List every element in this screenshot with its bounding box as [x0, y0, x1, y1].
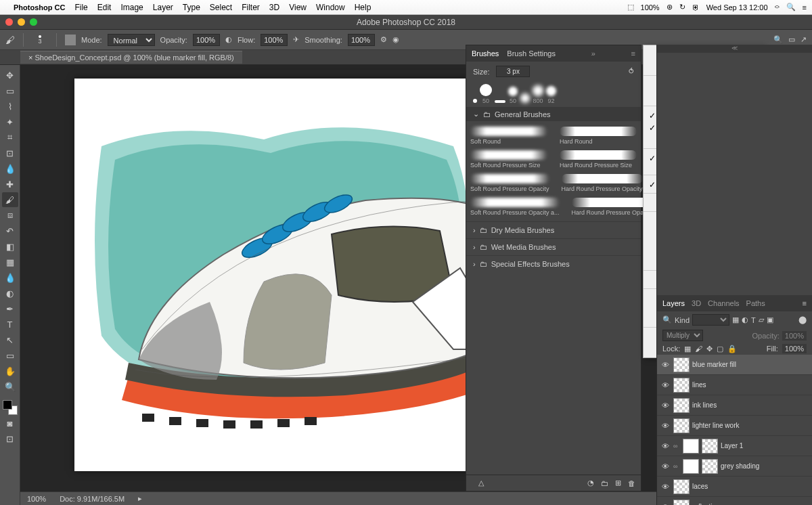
tool-blur[interactable]: 💧 — [2, 270, 18, 285]
tab-brush-settings[interactable]: Brush Settings — [507, 47, 556, 60]
menu-icon[interactable]: ≡ — [803, 3, 807, 12]
close-window-button[interactable] — [5, 18, 13, 26]
brush-folder[interactable]: ›🗀Dry Media Brushes — [466, 221, 641, 238]
minimize-window-button[interactable] — [18, 18, 25, 26]
menu-type[interactable]: Type — [183, 3, 200, 12]
layer-row[interactable]: 👁laces — [657, 477, 812, 497]
tool-shape[interactable]: ▭ — [2, 348, 18, 363]
visibility-toggle[interactable]: 👁 — [660, 483, 671, 491]
tab-channels[interactable]: Channels — [708, 299, 739, 307]
recent-brush[interactable] — [495, 100, 505, 104]
layer-row[interactable]: 👁ink lines — [657, 395, 812, 416]
workspace-icon[interactable]: ▭ — [788, 35, 795, 44]
recent-brush[interactable] — [520, 93, 530, 104]
maximize-window-button[interactable] — [30, 18, 37, 26]
tool-eyedropper[interactable]: 💧 — [2, 161, 18, 176]
tool-brush[interactable]: 🖌 — [2, 192, 18, 207]
layer-thumb[interactable] — [702, 459, 718, 474]
document-canvas[interactable] — [74, 79, 480, 471]
pressure-size-icon[interactable]: ◉ — [392, 35, 399, 44]
layer-row[interactable]: 👁lighter line work — [657, 416, 812, 436]
menu-select[interactable]: Select — [210, 3, 232, 12]
layer-fill-input[interactable]: 100% — [782, 344, 807, 353]
layer-row[interactable]: 👁∞Layer 1 — [657, 436, 812, 456]
blend-swatch-icon[interactable] — [65, 35, 76, 45]
tool-move[interactable]: ✥ — [2, 68, 18, 83]
layer-name[interactable]: blue marker fill — [692, 361, 736, 368]
brush-preset[interactable]: Hard Round Pressure Size — [556, 149, 641, 170]
brush-preset[interactable]: Hard Round — [556, 125, 641, 146]
new-brush-icon[interactable]: ⊞ — [615, 479, 621, 487]
clock[interactable]: Wed Sep 13 12:00 — [706, 3, 768, 12]
screen-mode-icon[interactable]: ⊡ — [2, 431, 18, 446]
zoom-level[interactable]: 100% — [27, 495, 46, 503]
mask-thumb[interactable] — [683, 459, 699, 474]
mask-thumb[interactable] — [683, 439, 699, 454]
brush-preset[interactable]: Soft Round Pressure Opacity a... — [466, 196, 564, 217]
layer-thumb[interactable] — [673, 479, 690, 494]
tool-marquee[interactable]: ▭ — [2, 83, 18, 98]
brush-folder[interactable]: ›🗀Wet Media Brushes — [466, 238, 641, 255]
layer-opacity-input[interactable]: 100% — [782, 331, 807, 341]
layer-thumb[interactable] — [673, 418, 690, 433]
tool-crop[interactable]: ⌗ — [2, 130, 18, 145]
smoothing-gear-icon[interactable]: ⚙ — [380, 35, 387, 44]
layer-thumb[interactable] — [702, 439, 718, 454]
tool-type[interactable]: T — [2, 317, 18, 332]
layer-name[interactable]: laces — [692, 483, 708, 490]
menu-window[interactable]: Window — [316, 3, 345, 12]
layer-row[interactable]: 👁lines — [657, 375, 812, 395]
recent-brush[interactable]: 50 — [508, 87, 518, 104]
spotlight-icon[interactable]: 🔍 — [786, 3, 796, 12]
tool-hand[interactable]: ✋ — [2, 364, 18, 378]
brush-preset[interactable]: Soft Round Pressure Size — [466, 149, 551, 170]
brush-preset[interactable]: Hard Round Pressure Opacity — [558, 173, 647, 194]
brush-preset[interactable]: Soft Round — [466, 125, 551, 146]
lock-transparency-icon[interactable]: ▦ — [684, 345, 691, 353]
app-name[interactable]: Photoshop CC — [14, 3, 65, 12]
tool-path[interactable]: ↖ — [2, 332, 18, 347]
layer-name[interactable]: ink lines — [692, 401, 717, 409]
recent-brush[interactable]: 800 — [533, 85, 543, 104]
menu-help[interactable]: Help — [355, 3, 371, 12]
shield-icon[interactable]: ⛨ — [692, 3, 700, 12]
layer-name[interactable]: lighter line work — [692, 422, 739, 429]
visibility-toggle[interactable]: 👁 — [660, 361, 671, 369]
tool-history-brush[interactable]: ↶ — [2, 223, 18, 238]
filter-type-icon[interactable]: T — [751, 316, 756, 324]
visibility-toggle[interactable]: 👁 — [660, 422, 671, 430]
pressure-opacity-icon[interactable]: ◐ — [225, 35, 232, 44]
brush-preset-picker[interactable]: 3 — [32, 32, 48, 48]
wifi-icon[interactable]: ⌔ — [775, 3, 780, 12]
opacity-input[interactable]: 100% — [193, 34, 220, 46]
color-swatches[interactable] — [3, 400, 18, 415]
menu-3d[interactable]: 3D — [269, 3, 279, 12]
battery-indicator[interactable]: 100% — [641, 3, 660, 12]
filter-adj-icon[interactable]: ◐ — [742, 315, 748, 324]
tool-gradient[interactable]: ▦ — [2, 255, 18, 269]
search-icon[interactable]: 🔍 — [773, 35, 783, 44]
lock-image-icon[interactable]: 🖌 — [695, 345, 702, 353]
cc-status-icon[interactable]: ⊛ — [667, 3, 673, 12]
collapse-arrows-icon[interactable]: ≪ — [657, 45, 812, 53]
kind-search-icon[interactable]: 🔍 — [662, 315, 672, 324]
menu-edit[interactable]: Edit — [97, 3, 112, 12]
recent-brush[interactable]: 50 — [480, 84, 492, 104]
menu-filter[interactable]: Filter — [242, 3, 260, 12]
visibility-toggle[interactable]: 👁 — [660, 462, 671, 470]
recent-brush[interactable] — [473, 99, 477, 104]
visibility-toggle[interactable]: 👁 — [660, 401, 671, 410]
document-tab[interactable]: × ShoeDesign_Concept.psd @ 100% (blue ma… — [20, 51, 242, 64]
menu-image[interactable]: Image — [120, 3, 143, 12]
menu-file[interactable]: File — [74, 3, 87, 12]
panel-menu-icon[interactable]: ≡ — [631, 49, 635, 58]
layer-name[interactable]: Layer 1 — [721, 442, 743, 449]
filter-shape-icon[interactable]: ▱ — [759, 315, 764, 324]
lock-all-icon[interactable]: 🔒 — [727, 345, 737, 353]
visibility-toggle[interactable]: 👁 — [660, 503, 671, 506]
layer-thumb[interactable] — [673, 500, 690, 506]
filter-smart-icon[interactable]: ▣ — [767, 315, 773, 324]
quick-mask-icon[interactable]: ◙ — [2, 416, 18, 431]
recent-brush[interactable]: 92 — [546, 86, 556, 104]
dropbox-icon[interactable]: ⬚ — [627, 3, 634, 12]
